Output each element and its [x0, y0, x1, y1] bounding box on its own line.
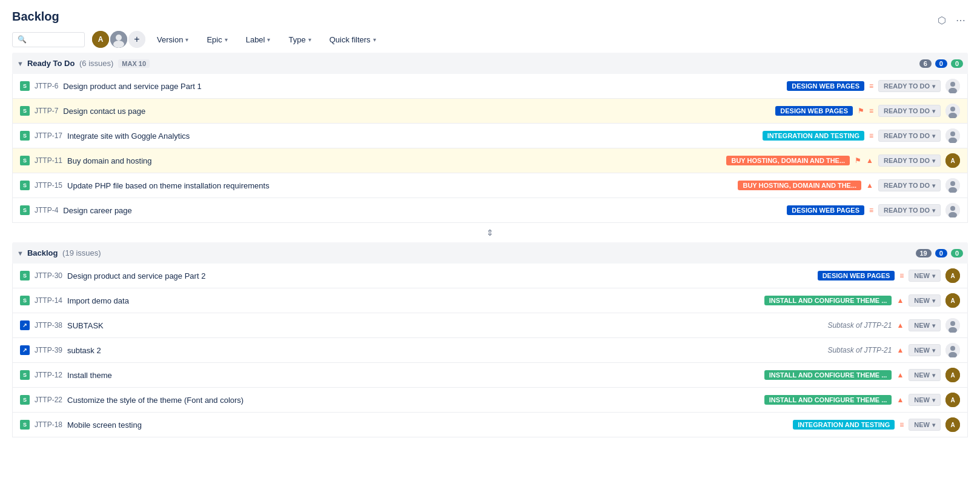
svg-point-14 — [950, 131, 955, 136]
table-row: S JTTP-11 Buy domain and hosting BUY HOS… — [13, 148, 967, 173]
avatar[interactable] — [945, 178, 960, 193]
backlog-in-progress-count: 0 — [935, 249, 947, 257]
epic-chevron-icon: ▾ — [225, 36, 228, 43]
type-filter[interactable]: Type ▾ — [282, 32, 317, 48]
table-row: S JTTP-14 Import demo data INSTALL AND C… — [13, 288, 967, 313]
svg-text:A: A — [950, 422, 955, 428]
epic-badge[interactable]: BUY HOSTING, DOMAIN AND THE... — [726, 156, 850, 165]
status-button[interactable]: NEW ▾ — [909, 294, 941, 307]
table-row: S JTTP-6 Design product and service page… — [13, 74, 967, 99]
status-button[interactable]: READY TO DO ▾ — [878, 130, 941, 142]
issue-key: JTTP-14 — [35, 296, 62, 305]
issue-key: JTTP-38 — [35, 321, 62, 330]
quick-filters-filter[interactable]: Quick filters ▾ — [323, 32, 383, 48]
epic-badge[interactable]: DESIGN WEB PAGES — [787, 81, 864, 91]
issue-summary[interactable]: Design product and service page Part 1 — [63, 82, 787, 91]
status-button[interactable]: NEW ▾ — [909, 319, 941, 331]
issue-type-story-icon: S — [20, 296, 30, 305]
search-input[interactable] — [30, 35, 79, 44]
avatar[interactable]: A — [945, 153, 960, 168]
svg-point-22 — [950, 206, 955, 211]
priority-medium-icon: ≡ — [899, 420, 904, 429]
backlog-header[interactable]: ▼ Backlog (19 issues) 19 0 0 — [12, 242, 968, 264]
epic-badge[interactable]: BUY HOSTING, DOMAIN AND THE... — [738, 181, 861, 190]
ready-to-do-chevron-icon: ▼ — [17, 60, 24, 67]
avatar[interactable] — [945, 128, 960, 143]
backlog-count: (19 issues) — [62, 248, 101, 257]
table-row: ↗ JTTP-38 SUBTASK Subtask of JTTP-21 ▲ N… — [13, 313, 967, 338]
flag-icon: ⚑ — [858, 107, 864, 115]
add-member-button[interactable]: + — [128, 31, 145, 48]
avatar[interactable] — [945, 79, 960, 93]
issue-summary[interactable]: Update PHP file based on theme installat… — [67, 181, 738, 190]
avatar-user2[interactable] — [110, 31, 127, 48]
issue-type-subtask-icon: ↗ — [20, 320, 30, 330]
issue-right: DESIGN WEB PAGES ≡ NEW ▾ A — [818, 268, 960, 283]
epic-badge[interactable]: INSTALL AND CONFIGURE THEME ... — [764, 370, 892, 380]
issue-summary[interactable]: Install theme — [67, 371, 764, 380]
status-button[interactable]: READY TO DO ▾ — [878, 154, 941, 167]
issue-summary[interactable]: Mobile screen testing — [67, 420, 793, 430]
issue-right: INSTALL AND CONFIGURE THEME ... ▲ NEW ▾ … — [764, 368, 960, 382]
issue-summary[interactable]: SUBTASK — [67, 321, 827, 330]
avatar[interactable]: A — [945, 417, 960, 432]
table-row: S JTTP-22 Customize the style of the the… — [13, 388, 967, 413]
priority-high-icon: ▲ — [896, 396, 904, 404]
svg-text:A: A — [950, 397, 955, 403]
issue-summary[interactable]: Design product and service page Part 2 — [67, 271, 818, 280]
epic-badge[interactable]: INSTALL AND CONFIGURE THEME ... — [764, 296, 892, 305]
epic-filter[interactable]: Epic ▾ — [200, 32, 234, 48]
avatar-user1[interactable]: A — [92, 31, 109, 48]
epic-badge[interactable]: DESIGN WEB PAGES — [818, 271, 895, 280]
issue-summary[interactable]: Design career page — [63, 206, 787, 215]
type-chevron-icon: ▾ — [308, 36, 311, 43]
avatar[interactable] — [945, 343, 960, 357]
epic-badge[interactable]: DESIGN WEB PAGES — [787, 205, 864, 215]
status-button[interactable]: READY TO DO ▾ — [878, 179, 941, 191]
version-filter[interactable]: Version ▾ — [150, 32, 195, 48]
issue-summary[interactable]: Integrate site with Goggle Analytics — [67, 131, 763, 141]
svg-text:A: A — [950, 372, 955, 379]
priority-high-icon: ▲ — [896, 296, 904, 305]
avatar[interactable] — [945, 104, 960, 118]
status-button[interactable]: NEW ▾ — [909, 394, 941, 406]
more-options-button[interactable]: ⋯ — [953, 12, 968, 28]
issue-summary[interactable]: subtask 2 — [67, 346, 827, 355]
ready-to-do-header[interactable]: ▼ Ready To Do (6 issues) MAX 10 6 0 0 — [12, 53, 968, 74]
version-chevron-icon: ▾ — [185, 36, 188, 43]
epic-badge[interactable]: INSTALL AND CONFIGURE THEME ... — [764, 395, 892, 405]
epic-badge[interactable]: INTEGRATION AND TESTING — [763, 131, 864, 141]
issue-key: JTTP-7 — [35, 107, 58, 115]
avatar[interactable]: A — [945, 268, 960, 283]
avatar[interactable]: A — [945, 393, 960, 407]
section-divider[interactable]: ⇕ — [12, 223, 968, 242]
issue-summary[interactable]: Customize the style of the theme (Font a… — [67, 396, 764, 405]
avatar[interactable]: A — [945, 368, 960, 382]
epic-badge[interactable]: DESIGN WEB PAGES — [775, 106, 853, 116]
ready-to-do-in-progress-count: 0 — [935, 59, 947, 68]
epic-badge[interactable]: INTEGRATION AND TESTING — [793, 420, 895, 430]
avatar[interactable]: A — [945, 293, 960, 308]
issue-summary[interactable]: Import demo data — [67, 296, 764, 305]
status-button[interactable]: NEW ▾ — [909, 369, 941, 381]
avatar[interactable] — [945, 318, 960, 333]
issue-summary[interactable]: Design contact us page — [63, 107, 775, 116]
issue-type-story-icon: S — [20, 156, 30, 165]
max-badge: MAX 10 — [118, 59, 150, 68]
status-button[interactable]: READY TO DO ▾ — [878, 105, 941, 117]
table-row: S JTTP-4 Design career page DESIGN WEB P… — [13, 198, 967, 222]
status-button[interactable]: READY TO DO ▾ — [878, 204, 941, 216]
issue-summary[interactable]: Buy domain and hosting — [67, 156, 726, 165]
status-button[interactable]: NEW ▾ — [909, 419, 941, 431]
status-button[interactable]: NEW ▾ — [909, 270, 941, 282]
ready-to-do-count: (6 issues) — [79, 59, 113, 68]
table-row: S JTTP-18 Mobile screen testing INTEGRAT… — [13, 413, 967, 437]
label-filter[interactable]: Label ▾ — [239, 32, 277, 48]
share-button[interactable]: ⬡ — [935, 12, 949, 28]
avatar[interactable] — [945, 203, 960, 217]
status-button[interactable]: READY TO DO ▾ — [878, 80, 941, 92]
priority-medium-icon: ≡ — [869, 131, 873, 140]
issue-type-story-icon: S — [20, 205, 30, 215]
status-button[interactable]: NEW ▾ — [909, 344, 941, 356]
issue-key: JTTP-18 — [35, 420, 62, 429]
